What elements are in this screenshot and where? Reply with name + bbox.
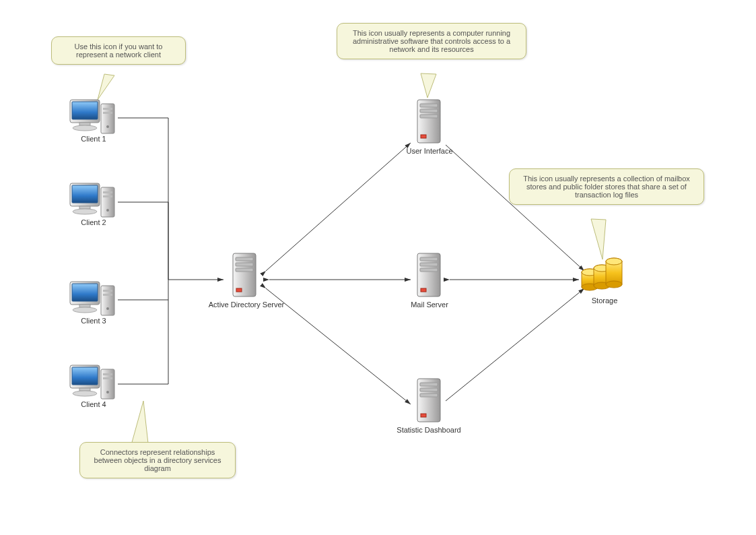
storage-icon xyxy=(582,258,622,290)
server-icon xyxy=(417,100,440,143)
server-icon xyxy=(417,379,440,422)
connector xyxy=(118,118,224,384)
node-label-client3: Client 3 xyxy=(57,317,131,325)
node-label-stat: Statistic Dashboard xyxy=(378,426,479,434)
callout-tail xyxy=(421,73,436,98)
node-label-ad: Active Directory Server xyxy=(199,301,294,309)
node-label-storage: Storage xyxy=(571,296,638,305)
node-label-ui: User Interface xyxy=(389,147,470,155)
callout-tail xyxy=(98,74,114,100)
node-label-client2: Client 2 xyxy=(57,218,131,226)
node-label-client1: Client 1 xyxy=(57,135,131,143)
connector xyxy=(446,145,584,271)
callout-server: This icon usually represents a computer … xyxy=(337,23,526,59)
server-icon xyxy=(417,253,440,296)
client-computer-icon xyxy=(70,365,114,399)
connector xyxy=(266,143,411,271)
node-label-mail: Mail Server xyxy=(389,301,470,309)
callout-storage: This icon usually represents a collectio… xyxy=(509,168,704,205)
client-computer-icon xyxy=(70,100,114,133)
callout-tail xyxy=(131,401,148,445)
server-icon xyxy=(233,253,256,296)
callout-tail xyxy=(591,219,606,259)
client-computer-icon xyxy=(70,183,114,217)
node-label-client4: Client 4 xyxy=(57,400,131,408)
callout-client: Use this icon if you want to represent a… xyxy=(51,36,186,65)
callout-connector: Connectors represent relationships betwe… xyxy=(79,442,236,478)
client-computer-icon xyxy=(70,282,114,315)
